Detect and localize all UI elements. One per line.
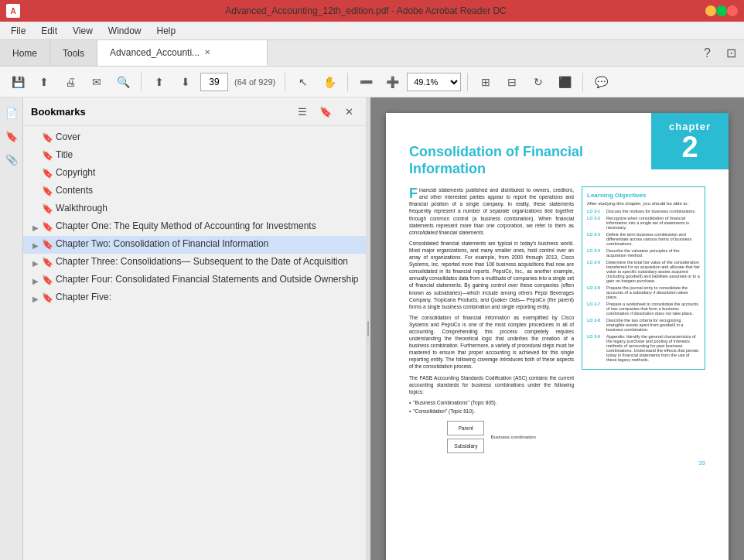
lo-num-8: LO 2-8 <box>587 318 604 332</box>
help-button[interactable]: ? <box>696 40 718 66</box>
tab-close-icon[interactable]: ✕ <box>204 48 210 56</box>
close-button[interactable] <box>727 5 738 16</box>
bookmark-label-ch5: Chapter Five: <box>56 292 360 304</box>
upload-button[interactable]: ⬆ <box>32 70 56 94</box>
page-number-input[interactable] <box>200 73 228 91</box>
lo-item-3: LO 2-3 Define the term business combinat… <box>587 232 700 246</box>
lo-num-4: LO 2-4 <box>587 248 604 258</box>
pdf-viewer[interactable]: chapter 2 Consolidation of Financial Inf… <box>370 97 744 560</box>
bookmarks-panel: Bookmarks ☰ 🔖 ✕ 🔖 Cover 🔖 Title <box>23 97 366 560</box>
bookmark-copyright[interactable]: 🔖 Copyright <box>23 165 366 183</box>
expand-all-button[interactable]: ☰ <box>293 102 312 121</box>
title-bar: A Advanced_Accounting_12th_edition.pdf -… <box>0 0 744 22</box>
expand-icon-walkthrough <box>29 203 42 216</box>
fit-page-button[interactable]: ⊞ <box>474 70 497 94</box>
side-icon-page[interactable]: 📄 <box>2 104 21 122</box>
menu-bar: File Edit View Window Help <box>0 22 744 40</box>
bookmark-chapter-two[interactable]: ▶ 🔖 Chapter Two: Consolidation of Financ… <box>23 236 366 254</box>
lo-text-8: Describe the two criteria for recognizin… <box>606 318 700 332</box>
bookmark-icon-ch5: 🔖 <box>42 292 53 303</box>
bookmark-walkthrough[interactable]: 🔖 Walkthrough <box>23 200 366 218</box>
lo-num-1: LO 2-1 <box>587 209 604 213</box>
lo-text-3: Define the term business combination and… <box>606 232 700 246</box>
chapter-tab: chapter 2 <box>651 113 729 169</box>
save-button[interactable]: 💾 <box>6 70 29 94</box>
tab-document[interactable]: Advanced_Accounti... ✕ <box>97 40 268 66</box>
zoom-select[interactable]: 49.1% <box>407 73 461 91</box>
bookmark-label-ch3: Chapter Three: Consolidations— Subsequen… <box>56 256 360 268</box>
bookmark-icon-copyright: 🔖 <box>42 168 53 179</box>
lo-item-7: LO 2-7 Prepare a worksheet to consolidat… <box>587 302 700 316</box>
hand-tool-button[interactable]: ✋ <box>318 70 341 94</box>
next-page-button[interactable]: ⬇ <box>174 70 197 94</box>
search-button[interactable]: 🔍 <box>111 70 135 94</box>
right-column: Learning Objectives After studying this … <box>582 186 705 453</box>
tab-tools[interactable]: Tools <box>50 40 97 66</box>
email-button[interactable]: ✉ <box>85 70 108 94</box>
extract-button[interactable]: ⬛ <box>553 70 576 94</box>
bookmark-label-contents: Contents <box>56 185 360 197</box>
print-button[interactable]: 🖨 <box>59 70 82 94</box>
zoom-in-button[interactable]: ➕ <box>381 70 404 94</box>
comment-button[interactable]: 💬 <box>589 70 613 94</box>
menu-help[interactable]: Help <box>149 24 184 38</box>
para3-text: The consolidation of financial informati… <box>409 315 574 370</box>
diagram-subsidiary-label: Subsidiary <box>454 443 477 449</box>
bookmark-contents[interactable]: 🔖 Contents <box>23 183 366 200</box>
bookmark-share-button[interactable]: ⊡ <box>718 40 744 66</box>
side-icon-attachments[interactable]: 📎 <box>2 150 21 169</box>
bookmark-chapter-three[interactable]: ▶ 🔖 Chapter Three: Consolidations— Subse… <box>23 254 366 271</box>
cursor-tool-button[interactable]: ↖ <box>292 70 315 94</box>
para4-text: The FASB Accounting Standards Codificati… <box>409 375 574 394</box>
lo-num-3: LO 2-3 <box>587 232 604 246</box>
bullet-dot-2: • <box>409 408 411 415</box>
add-bookmark-button[interactable]: 🔖 <box>316 102 335 121</box>
menu-view[interactable]: View <box>65 24 101 38</box>
minimize-button[interactable] <box>705 5 716 16</box>
prev-page-button[interactable]: ⬆ <box>148 70 171 94</box>
bullet-1-text: "Business Combinations" (Topic 805). <box>413 399 497 406</box>
expand-icon-ch4[interactable]: ▶ <box>29 275 42 287</box>
paragraph-3: The consolidation of financial informati… <box>409 314 574 370</box>
menu-file[interactable]: File <box>3 24 33 38</box>
business-combination-diagram: Parent Subsidiary Business combination <box>409 421 574 453</box>
side-icon-bookmarks[interactable]: 🔖 <box>2 127 21 145</box>
paragraph-4: The FASB Accounting Standards Codificati… <box>409 374 574 395</box>
expand-icon-ch2[interactable]: ▶ <box>29 239 42 251</box>
main-area: 📄 🔖 📎 Bookmarks ☰ 🔖 ✕ 🔖 Cover 🔖 <box>0 97 744 560</box>
bookmark-chapter-four[interactable]: ▶ 🔖 Chapter Four: Consolidated Financial… <box>23 271 366 289</box>
lo-text-9: Appendix: Identify the general character… <box>606 334 700 362</box>
bookmark-title[interactable]: 🔖 Title <box>23 147 366 165</box>
toolbar: 💾 ⬆ 🖨 ✉ 🔍 ⬆ ⬇ (64 of 929) ↖ ✋ ➖ ➕ 49.1% … <box>0 67 744 97</box>
left-column: F inancial statements published and dist… <box>409 186 574 453</box>
bookmark-chapter-five[interactable]: ▶ 🔖 Chapter Five: <box>23 289 366 307</box>
diagram-parent-label: Parent <box>459 425 473 431</box>
lo-text-5: Determine the total fair value of the co… <box>606 260 700 283</box>
expand-icon-ch3[interactable]: ▶ <box>29 257 42 269</box>
bookmark-icon-walkthrough: 🔖 <box>42 203 53 214</box>
lo-num-9: LO 2-9 <box>587 334 604 362</box>
expand-icon-ch5[interactable]: ▶ <box>29 292 42 305</box>
lo-item-2: LO 2-2 Recognize when consolidation of f… <box>587 216 700 230</box>
bookmark-cover[interactable]: 🔖 Cover <box>23 129 366 147</box>
learning-objectives-subtitle: After studying this chapter, you should … <box>587 201 700 206</box>
lo-num-7: LO 2-7 <box>587 302 604 316</box>
toolbar-separator-3 <box>347 73 348 91</box>
bookmark-icon-ch1: 🔖 <box>42 221 53 232</box>
zoom-out-button[interactable]: ➖ <box>354 70 377 94</box>
rotate-button[interactable]: ↻ <box>527 70 550 94</box>
menu-edit[interactable]: Edit <box>33 24 65 38</box>
maximize-button[interactable] <box>716 5 727 16</box>
bookmark-chapter-one[interactable]: ▶ 🔖 Chapter One: The Equity Method of Ac… <box>23 218 366 236</box>
lo-text-4: Describe the valuation principles of the… <box>606 248 700 258</box>
lo-num-2: LO 2-2 <box>587 216 604 230</box>
close-bookmarks-button[interactable]: ✕ <box>340 102 358 121</box>
expand-icon-ch1[interactable]: ▶ <box>29 221 42 234</box>
pdf-page-number: 39 <box>409 459 705 466</box>
toolbar-separator-1 <box>141 73 142 91</box>
menu-window[interactable]: Window <box>101 24 149 38</box>
tab-home[interactable]: Home <box>0 40 50 66</box>
expand-icon-cover <box>29 132 42 145</box>
lo-text-2: Recognize when consolidation of financia… <box>606 216 700 230</box>
fit-width-button[interactable]: ⊟ <box>500 70 524 94</box>
